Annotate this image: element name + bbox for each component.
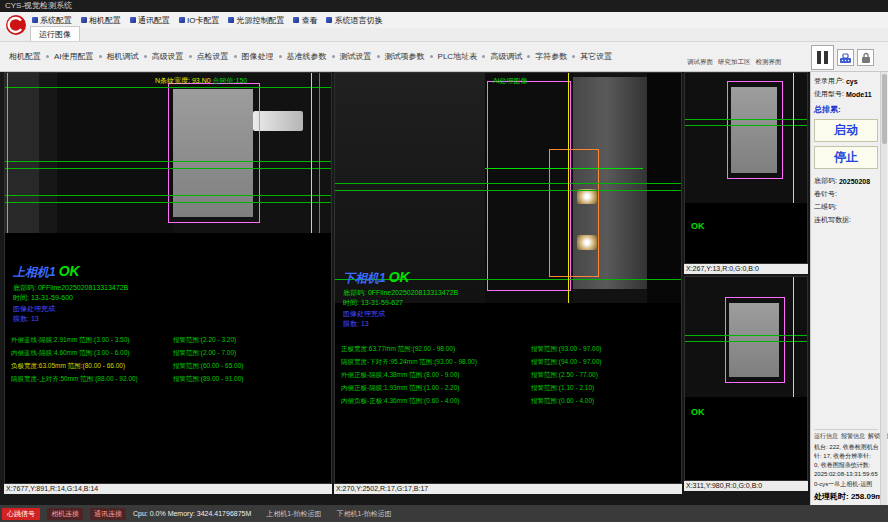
camera-status-title: 下相机1	[343, 271, 386, 285]
measure-line-v	[319, 73, 320, 233]
camera-view-left[interactable]: N条纹宽度: 93.N0 合同值:150 上相机1OK 底部码: 0FFline…	[4, 72, 332, 484]
info-tab-alarm[interactable]: 报警信息	[841, 432, 865, 441]
camera-status-line: 上相机1OK	[13, 263, 80, 281]
menu-bullet-icon	[326, 17, 332, 23]
camera-thumb-2[interactable]: OK	[684, 276, 808, 481]
measurement-text: 正极宽度:63.77mm 范围:(92.00 - 98.00)	[341, 345, 531, 354]
lock-button[interactable]	[857, 49, 874, 66]
scrollbar-thumb[interactable]	[882, 74, 887, 144]
toolbar-btn-ai-config[interactable]: AI使用配置	[51, 49, 97, 64]
barcode-line: 底部码: 0FFline2025020813313472B	[13, 283, 128, 293]
measurement-text: 负极宽度:63.05mm 范围:(80.00 - 66.00)	[11, 362, 173, 371]
measurement-row: 正极宽度:63.77mm 范围:(92.00 - 98.00)报警范围:(93.…	[341, 345, 679, 354]
bottom-code-label: 底部码:	[814, 176, 837, 186]
menu-item-label: 系统语言切换	[334, 15, 382, 26]
menu-item-language[interactable]: 系统语言切换	[326, 15, 382, 26]
toolbar-btn-spot-check[interactable]: 点检设置	[194, 49, 232, 64]
elapsed-time: 处理耗时: 258.09ms	[814, 491, 878, 502]
scrollbar[interactable]	[880, 72, 887, 505]
menu-item-label: 相机配置	[89, 15, 121, 26]
roll-needle-label: 卷针号:	[814, 189, 837, 199]
tab-strip: 运行图像	[0, 28, 888, 42]
view-tab-detect[interactable]: 检测界面	[756, 58, 782, 67]
menu-item-camera-config[interactable]: 相机配置	[81, 15, 121, 26]
bottom-code-value: 20250208	[839, 178, 870, 185]
toolbar-btn-char-params[interactable]: 字符参数	[532, 49, 570, 64]
top-camera-status: 上相机1-拍检运图	[266, 509, 321, 519]
heartbeat-badge: 心跳信号	[2, 508, 40, 520]
app-logo-icon	[5, 14, 27, 36]
toolbar-separator	[279, 55, 282, 58]
measurement-row: 外侧蓝线-隔膜:2.91mm 范围:(3.00 - 3.50)报警范围:(2.2…	[11, 336, 329, 345]
login-user-value: cys	[846, 78, 858, 85]
stop-button[interactable]: 停止	[814, 146, 878, 169]
info-tab-run[interactable]: 运行信息	[814, 432, 838, 441]
process-done-line: 图像处理完成	[13, 304, 55, 314]
menu-item-io-config[interactable]: IO卡配置	[179, 15, 219, 26]
view-tab-debug[interactable]: 调试界面	[687, 58, 713, 67]
image-texture	[57, 73, 173, 233]
toolbar-separator	[189, 55, 192, 58]
camera-status-title: 上相机1	[13, 265, 56, 279]
menu-item-light-config[interactable]: 光源控制配置	[228, 15, 284, 26]
roi-outline-pink	[725, 297, 785, 383]
view-tab-strip: 调试界面 研究加工区 检测界面	[687, 58, 782, 67]
image-texture	[647, 73, 681, 303]
film-count-line: 膜数: 13	[343, 319, 369, 329]
process-done-line: 图像处理完成	[343, 309, 385, 319]
start-button[interactable]: 启动	[814, 119, 878, 142]
toolbar-separator	[46, 55, 49, 58]
tab-run-image[interactable]: 运行图像	[30, 26, 80, 41]
pause-button[interactable]	[811, 45, 834, 70]
top-measure-ref: 合同值:150	[213, 77, 248, 84]
barcode-line: 底部码: 0FFline2025020813313472B	[343, 288, 458, 298]
window-title: CYS-视觉检测系统	[5, 1, 72, 10]
toolbar-btn-other-settings[interactable]: 其它设置	[577, 49, 615, 64]
measure-line-v	[568, 73, 569, 303]
menubar: 系统配置 相机配置 通讯配置 IO卡配置 光源控制配置 查看 系统语言切换	[0, 12, 888, 28]
menu-bullet-icon	[179, 17, 185, 23]
toolbar-btn-advanced-debug[interactable]: 高级调试	[487, 49, 525, 64]
measurement-alarm: 报警范围:(60.00 - 65.00)	[173, 362, 243, 371]
pixel-coords-thumb-1: X:267,Y:13,R:0,G:0,B:0	[684, 264, 808, 274]
measure-line-h	[5, 161, 331, 162]
info-line: 0-cys一吊上相机-运图	[814, 480, 878, 489]
toolbar-btn-plc-address[interactable]: PLC地址表	[435, 49, 481, 64]
view-tab-research[interactable]: 研究加工区	[718, 58, 751, 67]
measurement-row: 隔膜宽度-上对齐:50mm 范围:(88.00 - 92.00)报警范围:(89…	[11, 375, 329, 384]
toolbar-btn-camera-config[interactable]: 相机配置	[6, 49, 44, 64]
measurement-row: 负极宽度:63.05mm 范围:(80.00 - 66.00)报警范围:(60.…	[11, 362, 329, 371]
toolbar-btn-baseline-params[interactable]: 基准线参数	[284, 49, 330, 64]
toolbar-separator	[482, 55, 485, 58]
toolbar-btn-advanced-settings[interactable]: 高级设置	[149, 49, 187, 64]
menu-item-comm-config[interactable]: 通讯配置	[130, 15, 170, 26]
menu-item-view[interactable]: 查看	[293, 15, 317, 26]
menu-item-label: 通讯配置	[138, 15, 170, 26]
toolbar-btn-image-process[interactable]: 图像处理	[239, 49, 277, 64]
write-data-label: 连机写数据:	[814, 215, 851, 225]
measurement-alarm: 报警范围:(89.00 - 91.00)	[173, 375, 243, 384]
keyboard-lock-button[interactable]	[837, 49, 854, 66]
measurement-alarm: 报警范围:(2.00 - 7.00)	[173, 349, 236, 358]
thumb-ok-text: OK	[691, 221, 705, 231]
toolbar-separator	[430, 55, 433, 58]
toolbar-separator	[332, 55, 335, 58]
menu-item-system-config[interactable]: 系统配置	[32, 15, 72, 26]
info-line: 2025:02:08-13:31:59:65	[814, 470, 878, 479]
measurement-alarm: 报警范围:(93.00 - 97.00)	[531, 345, 601, 354]
measurement-row: 内侧蓝线-隔膜:4.60mm 范围:(3.00 - 6.00)报警范围:(2.0…	[11, 349, 329, 358]
measure-line-h	[5, 168, 331, 169]
measurement-text: 内侧正极-隔膜:1.93mm 范围:(1.00 - 2.20)	[341, 384, 531, 393]
measurement-text: 隔膜宽度-下对齐:95.24mm 范围:(93.00 - 98.00)	[341, 358, 531, 367]
thumb-image-2	[685, 277, 807, 397]
camera-view-middle[interactable]: AI处理图像 下相机1OK 底部码: 0FFline20250208133134…	[334, 72, 682, 484]
toolbar-btn-camera-debug[interactable]: 相机调试	[104, 49, 142, 64]
camera-thumb-1[interactable]: OK	[684, 72, 808, 264]
image-texture	[5, 73, 39, 233]
toolbar-btn-test-item-params[interactable]: 测试项参数	[382, 49, 428, 64]
app-window: CYS-视觉检测系统 系统配置 相机配置 通讯配置 IO卡配置 光源控制配置 查…	[0, 0, 888, 522]
toolbar-btn-test-settings[interactable]: 测试设置	[337, 49, 375, 64]
menu-item-label: 查看	[301, 15, 317, 26]
status-ok: OK	[59, 263, 80, 279]
login-user-label: 登录用户:	[814, 76, 844, 86]
